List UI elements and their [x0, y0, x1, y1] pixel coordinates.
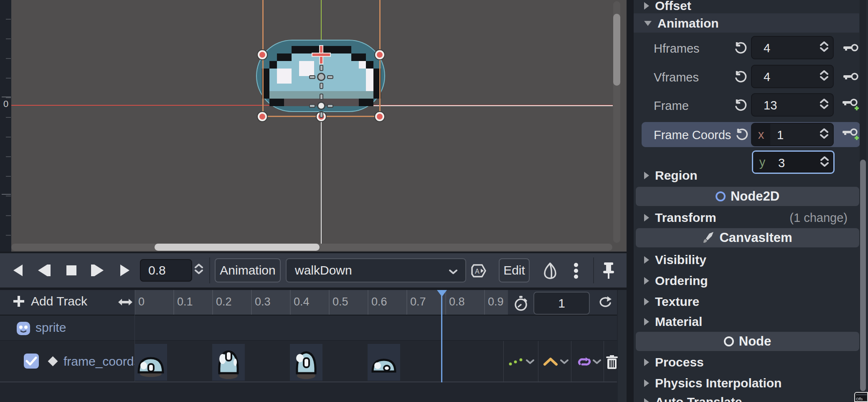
pin-animation-player-icon[interactable]: [602, 262, 616, 280]
godot-node-icon: [16, 321, 31, 336]
ruler-tick: 0.3: [251, 290, 271, 315]
section-process[interactable]: Process: [634, 352, 859, 372]
animation-select-dropdown[interactable]: walkDown: [286, 258, 466, 282]
section-material[interactable]: Material: [634, 312, 859, 332]
key-icon[interactable]: [842, 67, 860, 86]
stop-button[interactable]: [66, 259, 77, 282]
hframes-input[interactable]: 4: [751, 36, 834, 59]
corner-preview-overlay: Offs: [854, 392, 868, 402]
hscrollbar-thumb[interactable]: [155, 244, 320, 251]
autoplay-on-load-icon[interactable]: A: [470, 262, 487, 279]
spinner[interactable]: [820, 70, 829, 81]
update-mode-icon[interactable]: [509, 358, 523, 366]
animation-length-input[interactable]: 1: [533, 292, 590, 315]
frame-input[interactable]: 13: [751, 93, 834, 117]
interpolation-mode-dropdown[interactable]: [560, 359, 569, 364]
keyframe-1[interactable]: [212, 344, 245, 381]
section-visibility[interactable]: Visibility: [634, 250, 859, 270]
seek-spinner[interactable]: [194, 263, 203, 274]
track-enabled-checkbox[interactable]: [24, 354, 39, 369]
timeline-ruler[interactable]: 0 0.1 0.2 0.3 0.4 0.5 0.6 0.7 0.8 0.9: [135, 290, 508, 315]
spinner[interactable]: [820, 98, 829, 109]
section-region[interactable]: Region: [634, 165, 859, 186]
vscrollbar-thumb[interactable]: [613, 14, 620, 86]
vframes-input[interactable]: 4: [751, 65, 834, 88]
parent-position-gizmo[interactable]: [309, 94, 333, 118]
track-property-name[interactable]: frame_coords: [63, 354, 140, 369]
play-backwards-from-end-button[interactable]: [36, 259, 53, 282]
section-animation[interactable]: Animation: [634, 13, 859, 33]
track-node-name[interactable]: sprite: [36, 321, 66, 335]
loop-animation-icon[interactable]: [596, 295, 613, 311]
chevron-right-icon: [644, 2, 649, 10]
prop-label-frame-coords: Frame Coords: [654, 128, 731, 142]
resize-handle-left[interactable]: [258, 50, 267, 59]
resize-handle-bottom-right[interactable]: [375, 112, 384, 121]
spinner[interactable]: [820, 128, 829, 139]
section-transform[interactable]: Transform (1 change): [634, 208, 859, 228]
inspector-scrollbar[interactable]: [860, 0, 866, 402]
play-button[interactable]: [118, 259, 132, 282]
revert-icon[interactable]: [734, 99, 747, 112]
plus-icon: [13, 295, 25, 308]
delete-track-icon[interactable]: [606, 355, 618, 370]
update-mode-dropdown[interactable]: [525, 359, 535, 364]
category-canvasitem[interactable]: CanvasItem: [636, 228, 859, 247]
chevron-right-icon: [644, 214, 649, 221]
prop-label-hframes: Hframes: [654, 42, 700, 56]
spinner[interactable]: [820, 41, 829, 52]
timeline-vscrollbar[interactable]: [618, 290, 627, 402]
resize-handle-bottom-left[interactable]: [258, 112, 267, 121]
onion-skinning-icon[interactable]: [541, 262, 559, 280]
revert-icon[interactable]: [734, 70, 747, 84]
category-node2d[interactable]: Node2D: [636, 187, 859, 206]
sprite-position-gizmo[interactable]: [309, 65, 333, 89]
interpolation-mode-icon[interactable]: [543, 357, 558, 366]
chevron-right-icon: [644, 379, 649, 387]
key-icon[interactable]: [842, 38, 860, 57]
viewport-2d[interactable]: 0: [0, 0, 627, 252]
keyframe-2[interactable]: [290, 344, 322, 381]
ruler-tick: 0.5: [329, 290, 348, 315]
keyframe-0[interactable]: [135, 344, 167, 381]
play-from-start-button[interactable]: [89, 259, 106, 282]
section-texture[interactable]: Texture: [634, 292, 859, 312]
loop-wrap-mode-icon[interactable]: [576, 357, 592, 367]
frame-coords-x-input[interactable]: x 1: [751, 123, 834, 146]
paintbrush-icon: [703, 232, 714, 244]
canvas-hscrollbar[interactable]: [11, 244, 612, 251]
revert-icon[interactable]: [735, 128, 749, 141]
key-insert-icon[interactable]: [842, 96, 860, 114]
playhead[interactable]: [441, 290, 442, 382]
section-physics-interpolation[interactable]: Physics Interpolation: [634, 373, 859, 393]
prop-label-vframes: Vframes: [654, 71, 699, 84]
chevron-right-icon: [644, 318, 649, 326]
playhead-grip[interactable]: [437, 290, 447, 297]
inspector-scrollbar-thumb[interactable]: [860, 160, 866, 391]
resize-handle-right[interactable]: [375, 50, 384, 59]
add-track-button[interactable]: Add Track: [13, 294, 87, 308]
inspector-panel: Offset Animation Hframes 4 Vframes 4: [634, 0, 868, 402]
loop-wrap-dropdown[interactable]: [592, 359, 602, 364]
key-insert-icon[interactable]: [842, 125, 860, 144]
ruler-tick: 0.6: [368, 290, 387, 315]
play-backwards-button[interactable]: [11, 259, 25, 282]
ruler-tick: 0.2: [212, 290, 232, 315]
category-node[interactable]: Node: [636, 332, 859, 351]
keyframe-3[interactable]: [368, 344, 400, 381]
chevron-down-icon: [644, 21, 652, 26]
section-auto-translate[interactable]: Auto Translate: [634, 392, 859, 402]
timeline-zoom-icon[interactable]: [118, 297, 132, 307]
seek-time-input[interactable]: 0.8: [140, 259, 192, 282]
revert-icon[interactable]: [734, 41, 747, 55]
canvas-vscrollbar[interactable]: [613, 1, 620, 243]
section-ordering[interactable]: Ordering: [634, 271, 859, 291]
more-options-icon[interactable]: [572, 262, 580, 280]
vertical-ruler: 0: [0, 0, 11, 252]
edit-button[interactable]: Edit: [499, 258, 530, 282]
animation-menu-button[interactable]: Animation: [215, 258, 281, 282]
transform-change-count: (1 change): [789, 211, 848, 225]
track-row-sprite[interactable]: sprite: [0, 315, 617, 341]
chevron-right-icon: [644, 359, 649, 366]
track-row-frame-coords[interactable]: frame_coords: [0, 341, 617, 382]
